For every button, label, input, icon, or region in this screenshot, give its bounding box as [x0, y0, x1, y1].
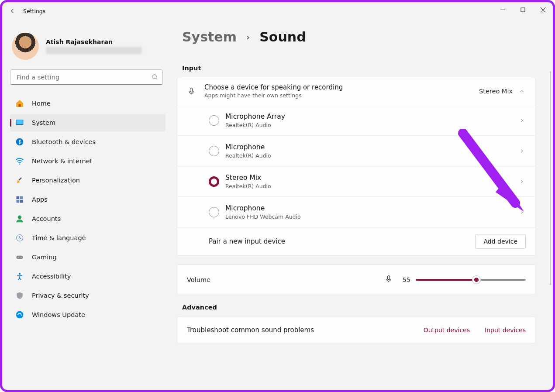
profile-email-blurred [46, 47, 142, 54]
svg-rect-19 [190, 88, 193, 92]
sidebar-item-personalization[interactable]: Personalization [10, 172, 165, 189]
breadcrumb: System › Sound [177, 29, 544, 45]
personalization-icon [15, 176, 24, 185]
scrollbar[interactable] [550, 71, 551, 285]
radio-unselected[interactable] [209, 207, 219, 217]
svg-rect-14 [17, 256, 23, 259]
chevron-right-icon[interactable] [519, 117, 526, 124]
svg-rect-20 [387, 276, 390, 280]
sidebar-item-home[interactable]: Home [10, 95, 165, 112]
svg-point-15 [18, 257, 19, 258]
search-input[interactable] [10, 69, 163, 85]
update-icon [15, 310, 24, 319]
chevron-right-icon[interactable] [519, 209, 526, 216]
minimize-button[interactable] [493, 2, 513, 17]
apps-icon [15, 195, 24, 204]
chevron-right-icon[interactable] [519, 178, 526, 185]
radio-unselected[interactable] [209, 146, 219, 156]
section-label-advanced: Advanced [182, 304, 544, 311]
sidebar-item-bluetooth[interactable]: Bluetooth & devices [10, 133, 165, 151]
breadcrumb-parent[interactable]: System [182, 29, 237, 45]
troubleshoot-card: Troubleshoot common sound problems Outpu… [177, 316, 536, 344]
gaming-icon [15, 253, 24, 261]
device-option-selected[interactable]: Stereo Mix Realtek(R) Audio [177, 166, 535, 197]
sidebar-item-label: Time & language [32, 234, 86, 241]
sidebar-item-label: Accessibility [32, 273, 71, 280]
svg-rect-11 [20, 200, 23, 203]
svg-rect-7 [18, 177, 22, 181]
device-sub: Realtek(R) Audio [225, 152, 519, 159]
close-button[interactable] [533, 2, 553, 17]
svg-rect-4 [17, 120, 23, 124]
microphone-icon [187, 87, 204, 96]
svg-rect-0 [521, 8, 525, 12]
input-devices-link[interactable]: Input devices [485, 327, 526, 334]
device-sub: Realtek(R) Audio [225, 122, 519, 128]
add-device-button[interactable]: Add device [475, 234, 526, 249]
input-header-value: Stereo Mix [479, 88, 513, 95]
svg-point-16 [21, 257, 21, 258]
device-option[interactable]: Microphone Realtek(R) Audio [177, 136, 535, 166]
sidebar-item-label: Home [32, 100, 51, 107]
sidebar-item-update[interactable]: Windows Update [10, 306, 165, 323]
sidebar-item-apps[interactable]: Apps [10, 191, 165, 208]
slider-thumb[interactable] [472, 276, 480, 284]
user-profile[interactable]: Atish Rajasekharan [10, 28, 165, 68]
pair-device-row: Pair a new input device Add device [177, 227, 535, 255]
avatar [12, 33, 39, 60]
input-device-header[interactable]: Choose a device for speaking or recordin… [177, 77, 535, 105]
sidebar-item-label: Personalization [32, 177, 80, 184]
profile-name: Atish Rajasekharan [46, 38, 142, 45]
svg-point-12 [18, 216, 21, 219]
volume-label: Volume [187, 276, 210, 283]
radio-unselected[interactable] [209, 115, 219, 126]
sidebar-item-accounts[interactable]: Accounts [10, 210, 165, 227]
svg-rect-8 [17, 196, 20, 199]
device-sub: Realtek(R) Audio [225, 183, 519, 189]
svg-point-6 [19, 163, 21, 165]
search-box[interactable] [10, 69, 165, 85]
app-window: Settings Atish Rajasekharan Home [0, 0, 555, 392]
nav-list: Home System Bluetooth & devices Network … [10, 95, 165, 323]
volume-slider[interactable] [416, 275, 526, 284]
sidebar-item-label: Accounts [32, 215, 61, 222]
breadcrumb-current: Sound [259, 29, 306, 45]
radio-selected[interactable] [209, 176, 219, 187]
sidebar-item-network[interactable]: Network & internet [10, 152, 165, 170]
device-option[interactable]: Microphone Array Realtek(R) Audio [177, 105, 535, 136]
network-icon [15, 157, 24, 165]
accounts-icon [15, 214, 24, 223]
device-sub: Lenovo FHD Webcam Audio [225, 213, 519, 220]
home-icon [15, 99, 24, 108]
sidebar-item-system[interactable]: System [10, 114, 165, 131]
svg-rect-2 [19, 104, 21, 107]
chevron-right-icon[interactable] [519, 148, 526, 155]
svg-point-5 [16, 138, 24, 146]
sidebar-item-time[interactable]: Time & language [10, 229, 165, 247]
search-icon [152, 74, 159, 83]
troubleshoot-label: Troubleshoot common sound problems [187, 326, 409, 334]
device-option[interactable]: Microphone Lenovo FHD Webcam Audio [177, 197, 535, 227]
output-devices-link[interactable]: Output devices [424, 327, 470, 334]
device-name: Microphone Array [225, 113, 519, 120]
volume-card: Volume 55 [177, 265, 536, 295]
privacy-icon [15, 291, 24, 300]
sidebar-item-accessibility[interactable]: Accessibility [10, 268, 165, 285]
device-name: Microphone [225, 143, 519, 151]
microphone-icon[interactable] [384, 275, 393, 285]
back-button[interactable] [2, 7, 23, 14]
sidebar-item-label: System [32, 119, 55, 126]
sidebar-item-label: Bluetooth & devices [32, 138, 96, 145]
sidebar-item-label: Apps [32, 196, 48, 203]
bluetooth-icon [15, 138, 24, 146]
maximize-button[interactable] [513, 2, 533, 17]
sidebar-item-gaming[interactable]: Gaming [10, 248, 165, 266]
svg-rect-9 [20, 196, 23, 199]
app-title: Settings [23, 8, 45, 14]
device-name: Microphone [225, 204, 519, 212]
sidebar-item-privacy[interactable]: Privacy & security [10, 287, 165, 304]
input-header-subtitle: Apps might have their own settings [204, 92, 479, 99]
accessibility-icon [15, 272, 24, 281]
svg-point-1 [152, 75, 156, 79]
sidebar-item-label: Windows Update [32, 311, 85, 318]
